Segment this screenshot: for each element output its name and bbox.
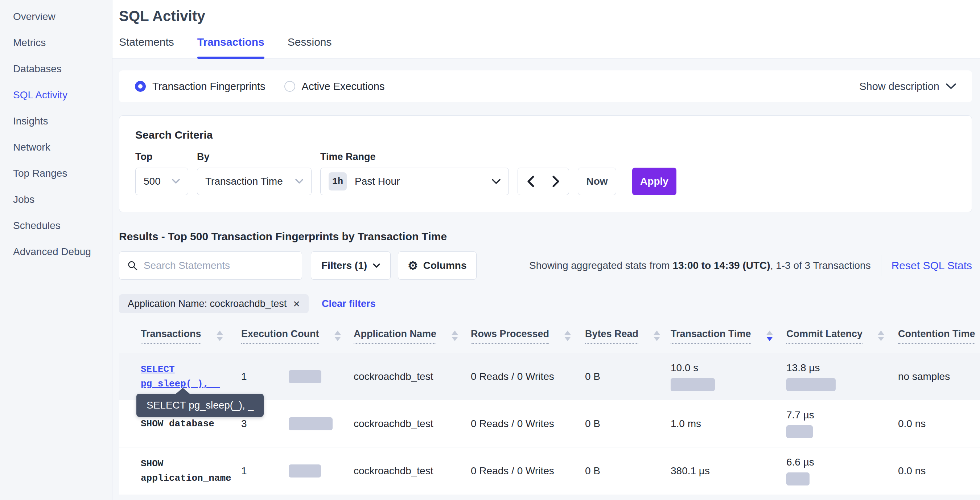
radio-selected-icon [135, 81, 146, 92]
search-criteria-form: Top 500 By Transaction Time [135, 151, 956, 195]
clear-filters-link[interactable]: Clear filters [322, 298, 376, 309]
aggregated-stats-text: Showing aggregated stats from 13:00 to 1… [529, 260, 871, 271]
sort-icons[interactable] [654, 328, 660, 341]
filters-label: Filters (1) [321, 260, 367, 271]
vertical-divider [881, 255, 881, 276]
sidebar-item-advanced-debug[interactable]: Advanced Debug [0, 239, 112, 265]
now-button[interactable]: Now [578, 168, 616, 195]
sidebar-item-overview[interactable]: Overview [0, 4, 112, 30]
search-statements-box [119, 252, 302, 280]
tab-transactions[interactable]: Transactions [197, 36, 264, 59]
sidebar-item-jobs[interactable]: Jobs [0, 186, 112, 213]
radio-unselected-icon [284, 81, 295, 92]
sort-icons[interactable] [452, 328, 458, 341]
chevron-right-icon [552, 176, 560, 187]
application-name-cell: cockroachdb_test [354, 400, 471, 447]
next-window-button[interactable] [543, 168, 569, 195]
top-select[interactable]: 500 [135, 168, 188, 195]
transaction-fingerprint-text[interactable]: SHOWapplication_name [141, 457, 234, 486]
sort-icons-active-desc[interactable] [766, 328, 773, 341]
transaction-time-cell: 1.0 ms [671, 400, 786, 447]
time-range-value: Past Hour [355, 176, 492, 187]
sort-icons[interactable] [334, 328, 341, 341]
execution-count-bar [289, 465, 321, 478]
transaction-time-cell: 380.1 µs [671, 447, 786, 495]
sidebar: Overview Metrics Databases SQL Activity … [0, 0, 113, 500]
time-range-label: Time Range [320, 151, 509, 162]
sidebar-item-sql-activity[interactable]: SQL Activity [0, 82, 112, 108]
filter-chip-application-name[interactable]: Application Name: cockroachdb_test × [119, 294, 309, 313]
column-header-transaction-time[interactable]: Transaction Time [671, 328, 773, 344]
execution-count-bar [289, 370, 321, 383]
radio-label: Transaction Fingerprints [152, 81, 266, 92]
remove-filter-icon[interactable]: × [293, 298, 300, 309]
toolbar-right: Showing aggregated stats from 13:00 to 1… [529, 255, 972, 276]
rows-processed-cell: 0 Reads / 0 Writes [471, 353, 585, 400]
contention-time-cell: no samples [898, 353, 980, 400]
gear-icon: ⚙ [408, 260, 418, 271]
view-mode-radio-group: Transaction Fingerprints Active Executio… [135, 81, 385, 92]
column-header-transactions[interactable]: Transactions [141, 328, 223, 344]
sidebar-item-network[interactable]: Network [0, 134, 112, 160]
top-select-value: 500 [144, 176, 161, 187]
sidebar-item-metrics[interactable]: Metrics [0, 30, 112, 56]
search-criteria-heading: Search Criteria [135, 129, 956, 141]
tab-sessions[interactable]: Sessions [288, 36, 332, 59]
rows-processed-cell: 0 Reads / 0 Writes [471, 447, 585, 495]
rows-processed-cell: 0 Reads / 0 Writes [471, 400, 585, 447]
commit-latency-cell: 7.7 µs [786, 400, 898, 447]
by-select[interactable]: Transaction Time [197, 168, 312, 195]
sort-icons[interactable] [878, 328, 884, 341]
columns-label: Columns [423, 260, 467, 271]
table-row: SHOWapplication_name 1 cockroachdb_test … [119, 447, 980, 495]
radio-active-executions[interactable]: Active Executions [284, 81, 385, 92]
transaction-time-cell: 10.0 s [671, 353, 786, 400]
sidebar-item-databases[interactable]: Databases [0, 56, 112, 82]
sidebar-item-top-ranges[interactable]: Top Ranges [0, 160, 112, 186]
sidebar-item-schedules[interactable]: Schedules [0, 213, 112, 239]
column-header-rows-processed[interactable]: Rows Processed [471, 328, 571, 344]
by-field: By Transaction Time [197, 151, 312, 195]
radio-label: Active Executions [302, 81, 385, 92]
filter-chip-label: Application Name: cockroachdb_test [128, 298, 286, 309]
column-header-application-name[interactable]: Application Name [354, 328, 458, 344]
commit-latency-cell: 13.8 µs [786, 353, 898, 400]
time-window-stepper [517, 168, 569, 195]
sidebar-item-insights[interactable]: Insights [0, 108, 112, 134]
column-header-contention-time[interactable]: Contention Time [898, 328, 975, 344]
show-description-label: Show description [859, 81, 939, 92]
transaction-fingerprint-link[interactable]: SELECTpg_sleep(_), _ [141, 362, 220, 391]
sort-icons[interactable] [564, 328, 571, 341]
execution-count-value: 1 [241, 371, 289, 382]
time-range-badge: 1h [329, 172, 347, 191]
filters-button[interactable]: Filters (1) [311, 252, 391, 280]
chevron-down-icon [172, 179, 180, 184]
execution-count-value: 1 [241, 465, 289, 477]
sort-icons[interactable] [216, 328, 223, 341]
chevron-left-icon [527, 176, 534, 187]
column-header-execution-count[interactable]: Execution Count [241, 328, 341, 344]
apply-button[interactable]: Apply [632, 168, 676, 195]
bytes-read-cell: 0 B [585, 353, 671, 400]
tab-statements[interactable]: Statements [119, 36, 174, 59]
previous-window-button[interactable] [518, 168, 543, 195]
radio-transaction-fingerprints[interactable]: Transaction Fingerprints [135, 81, 266, 92]
time-range-field: Time Range 1h Past Hour [320, 151, 509, 195]
show-description-toggle[interactable]: Show description [859, 81, 956, 92]
column-header-bytes-read[interactable]: Bytes Read [585, 328, 660, 344]
search-statements-input[interactable] [144, 260, 294, 271]
app-root: Overview Metrics Databases SQL Activity … [0, 0, 980, 500]
reset-sql-stats-link[interactable]: Reset SQL Stats [891, 260, 972, 272]
transaction-fingerprint-text[interactable]: SHOW database [141, 417, 234, 431]
bytes-read-cell: 0 B [585, 400, 671, 447]
commit-latency-cell: 6.6 µs [786, 447, 898, 495]
time-range-select[interactable]: 1h Past Hour [320, 168, 509, 195]
execution-count-value: 3 [241, 418, 289, 430]
chevron-down-icon [295, 179, 303, 184]
query-tooltip: SELECT pg_sleep(_), _ [136, 394, 264, 417]
active-filters-row: Application Name: cockroachdb_test × Cle… [119, 294, 972, 313]
page-title: SQL Activity [119, 8, 972, 24]
tab-bar: Statements Transactions Sessions [119, 36, 972, 59]
columns-button[interactable]: ⚙ Columns [398, 252, 476, 280]
column-header-commit-latency[interactable]: Commit Latency [786, 328, 884, 344]
